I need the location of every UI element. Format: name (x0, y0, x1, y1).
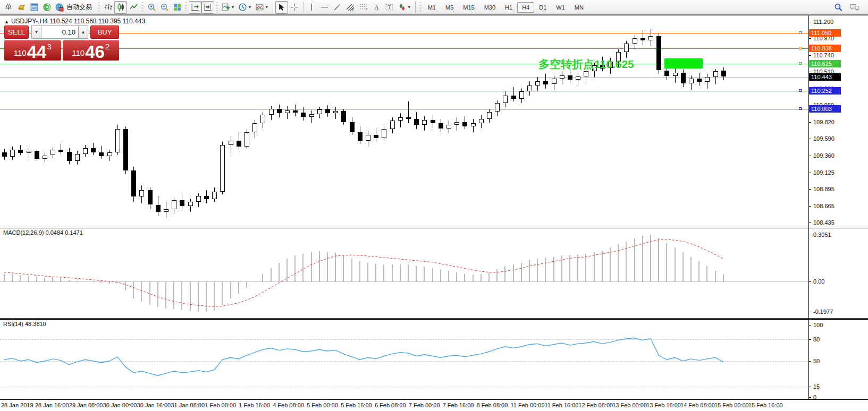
macd-histogram-bar (100, 281, 102, 283)
level-line[interactable] (0, 91, 808, 91)
candle (471, 123, 476, 126)
fibonacci-icon[interactable]: F (357, 1, 370, 14)
candle (333, 111, 338, 113)
timeframe-button-m5[interactable]: M5 (441, 2, 458, 13)
sell-button[interactable]: SELL (4, 25, 29, 39)
candle (519, 91, 524, 99)
chart-shift-icon[interactable] (201, 1, 214, 14)
autotrade-button[interactable]: 自动交易 (53, 1, 96, 14)
volume-increase-button[interactable]: ▲ (78, 25, 88, 39)
text-icon[interactable]: A (370, 1, 383, 14)
level-line[interactable] (0, 109, 808, 109)
timeframe-button-mn[interactable]: MN (570, 2, 588, 13)
crosshair-icon[interactable] (288, 1, 301, 14)
timeframe-button-m30[interactable]: M30 (479, 2, 500, 13)
search-icon[interactable] (832, 1, 845, 14)
navigator-icon[interactable] (40, 1, 53, 14)
volume-decrease-button[interactable]: ▼ (31, 25, 41, 39)
candle-wick (190, 199, 191, 212)
candle-wick (578, 73, 578, 86)
timeframe-button-h1[interactable]: H1 (500, 2, 517, 13)
macd-axis-label: -0.1977 (813, 309, 833, 315)
menu-item-order[interactable]: 单 (2, 1, 15, 14)
vertical-line-icon[interactable] (306, 1, 318, 14)
macd-histogram-bar (448, 271, 449, 281)
bid-price-tile[interactable]: 110 44 3 (4, 40, 61, 61)
line-chart-icon[interactable] (127, 1, 140, 14)
auto-scroll-icon[interactable] (189, 1, 201, 14)
macd-histogram-bar (585, 254, 586, 281)
price-axis-label: 108.435 (813, 219, 835, 226)
candle-wick (109, 150, 110, 161)
chat-icon[interactable] (848, 1, 862, 14)
tile-windows-icon[interactable] (171, 1, 183, 14)
cursor-icon[interactable] (275, 1, 288, 14)
chart-annotation-text[interactable]: 多空转折点110.625 (538, 57, 634, 72)
candle (673, 73, 678, 76)
toolbar-grip (185, 2, 187, 13)
candle (269, 109, 274, 115)
svg-text:T: T (388, 4, 391, 10)
level-line-handle[interactable] (799, 47, 802, 49)
zoom-out-icon[interactable] (158, 1, 171, 14)
trendline-icon[interactable] (331, 1, 344, 14)
zoom-in-icon[interactable] (145, 1, 158, 14)
candle-wick (392, 117, 393, 133)
timeframe-button-m15[interactable]: M15 (458, 2, 479, 13)
text-label-icon[interactable]: T (383, 1, 396, 14)
arrows-icon[interactable]: ▼ (396, 1, 413, 14)
candle-wick (263, 112, 263, 128)
level-line-handle[interactable] (799, 62, 802, 65)
period-button[interactable]: ▼ (237, 1, 254, 14)
macd-label: MACD(12,26,9) 0.0484 0.1471 (3, 229, 83, 236)
volume-input[interactable] (41, 25, 78, 39)
candle-wick (554, 75, 554, 90)
candle (552, 79, 557, 84)
candle (656, 36, 661, 70)
candle (43, 156, 47, 159)
macd-histogram-bar (286, 259, 288, 282)
candle (341, 111, 346, 122)
new-chart-button[interactable]: ▼ (220, 1, 237, 14)
ask-price-tile[interactable]: 110 46 2 (63, 40, 120, 61)
level-line[interactable] (0, 33, 808, 33)
market-watch-icon[interactable] (28, 1, 40, 14)
level-line-handle[interactable] (799, 31, 802, 34)
candle-wick (182, 194, 182, 209)
timeframe-button-h4[interactable]: H4 (517, 2, 534, 13)
collapse-arrow-icon[interactable]: ▲ (4, 19, 9, 24)
bar-chart-icon[interactable] (102, 1, 114, 14)
template-button[interactable]: ▼ (254, 1, 271, 14)
timeframe-button-m1[interactable]: M1 (423, 2, 441, 13)
price-axis-label: 108.895 (813, 186, 835, 192)
price-level-badge: 110.003 (809, 105, 841, 113)
channel-icon[interactable]: E (344, 1, 357, 14)
macd-rsi-splitter[interactable] (0, 318, 868, 319)
chart-title-text: USDJPY-,H4 110.524 110.568 110.395 110.4… (11, 18, 145, 25)
timeframe-button-w1[interactable]: W1 (551, 2, 570, 13)
candle (462, 122, 467, 126)
level-line[interactable] (0, 48, 808, 49)
price-level-badge: 110.625 (809, 60, 841, 67)
candle (301, 113, 306, 117)
main-macd-splitter[interactable] (0, 227, 868, 227)
main-macd-splitter2[interactable] (0, 228, 868, 228)
horizontal-line-icon[interactable] (318, 1, 331, 14)
signal-highlight-box[interactable] (664, 58, 703, 68)
level-line-handle[interactable] (799, 89, 802, 92)
new-order-icon[interactable] (15, 1, 28, 14)
chevron-down-icon: ▼ (248, 5, 252, 10)
ask-sup: 2 (105, 42, 109, 51)
chevron-down-icon: ▼ (265, 5, 269, 10)
macd-rsi-splitter2[interactable] (0, 319, 868, 320)
time-axis-label: 7 Feb 16:00 (443, 402, 474, 408)
candle-wick (360, 126, 360, 144)
candlestick-icon[interactable] (114, 1, 127, 14)
timeframe-button-d1[interactable]: D1 (534, 2, 551, 13)
candle (576, 76, 580, 80)
toolbar-grip (419, 2, 422, 13)
level-line-handle[interactable] (799, 107, 802, 110)
candle (382, 129, 386, 138)
buy-button[interactable]: BUY (90, 25, 119, 39)
candle-wick (20, 145, 21, 155)
